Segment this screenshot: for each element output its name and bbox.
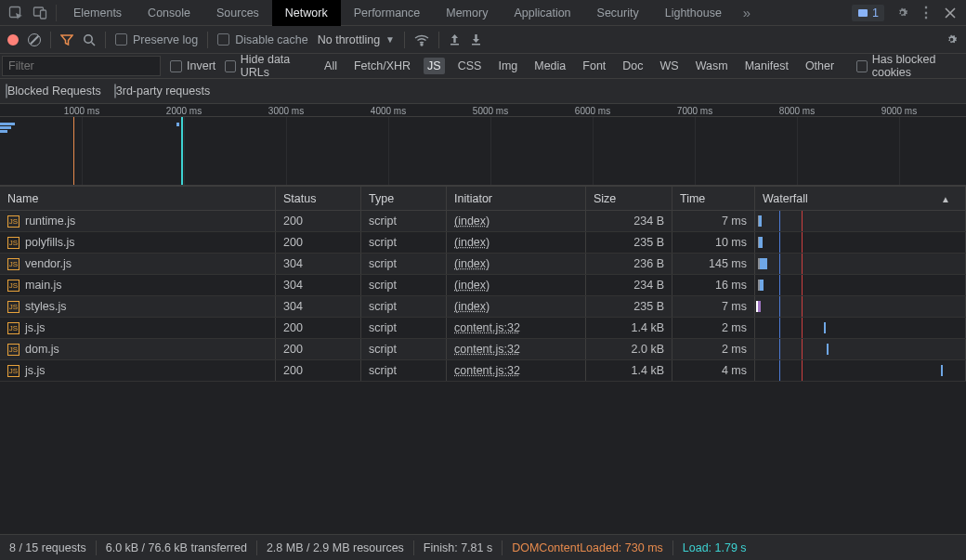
type-filter-manifest[interactable]: Manifest bbox=[741, 58, 792, 74]
tab-lighthouse[interactable]: Lighthouse bbox=[652, 0, 735, 26]
blocked-requests-checkbox[interactable]: Blocked Requests bbox=[6, 85, 101, 98]
request-row[interactable]: JSstyles.js304script(index)235 B7 ms bbox=[0, 296, 966, 318]
waterfall-cell bbox=[755, 360, 966, 381]
tab-elements[interactable]: Elements bbox=[60, 0, 135, 26]
filter-toggle-icon[interactable] bbox=[60, 33, 73, 46]
column-header-initiator[interactable]: Initiator bbox=[447, 187, 586, 210]
request-row[interactable]: JSvendor.js304script(index)236 B145 ms bbox=[0, 254, 966, 275]
column-header-size[interactable]: Size bbox=[586, 187, 672, 210]
column-header-time[interactable]: Time bbox=[672, 187, 755, 210]
clear-button[interactable] bbox=[28, 33, 41, 46]
type-filter-ws[interactable]: WS bbox=[657, 58, 683, 74]
invert-checkbox[interactable]: Invert bbox=[170, 59, 215, 72]
initiator-link[interactable]: content.js:32 bbox=[454, 343, 520, 356]
type-filter-other[interactable]: Other bbox=[802, 58, 838, 74]
svg-point-4 bbox=[85, 34, 92, 42]
initiator-link[interactable]: (index) bbox=[454, 257, 490, 270]
preserve-log-checkbox[interactable]: Preserve log bbox=[115, 33, 198, 46]
column-header-type[interactable]: Type bbox=[361, 187, 447, 210]
close-icon[interactable] bbox=[938, 1, 962, 25]
blocked-cookies-checkbox[interactable]: Has blocked cookies bbox=[856, 53, 964, 79]
type-filter-js[interactable]: JS bbox=[424, 58, 445, 74]
type-filter-media[interactable]: Media bbox=[530, 58, 569, 74]
search-icon[interactable] bbox=[83, 33, 96, 46]
tab-application[interactable]: Application bbox=[501, 0, 583, 26]
waterfall-cell bbox=[755, 318, 966, 338]
type-filter-wasm[interactable]: Wasm bbox=[692, 58, 732, 74]
status-requests: 8 / 15 requests bbox=[9, 541, 86, 554]
third-party-checkbox[interactable]: 3rd-party requests bbox=[114, 85, 210, 98]
type-filter-font[interactable]: Font bbox=[579, 58, 609, 74]
waterfall-cell bbox=[755, 254, 966, 274]
disable-cache-checkbox[interactable]: Disable cache bbox=[217, 33, 308, 46]
js-file-icon: JS bbox=[7, 301, 20, 313]
request-row[interactable]: JSjs.js200scriptcontent.js:321.4 kB4 ms bbox=[0, 360, 966, 382]
request-row[interactable]: JSpolyfills.js200script(index)235 B10 ms bbox=[0, 232, 966, 254]
request-size: 234 B bbox=[586, 211, 672, 231]
initiator-link[interactable]: (index) bbox=[454, 236, 490, 249]
timeline-tick: 2000 ms bbox=[166, 106, 202, 116]
type-filter-fetch-xhr[interactable]: Fetch/XHR bbox=[350, 58, 414, 74]
timeline-tick: 5000 ms bbox=[473, 106, 508, 116]
request-row[interactable]: JSruntime.js200script(index)234 B7 ms bbox=[0, 211, 966, 232]
request-type: script bbox=[361, 339, 447, 359]
initiator-link[interactable]: content.js:32 bbox=[454, 321, 520, 334]
settings-icon[interactable] bbox=[890, 1, 914, 25]
type-filter-css[interactable]: CSS bbox=[454, 58, 486, 74]
tab-performance[interactable]: Performance bbox=[341, 0, 434, 26]
hide-data-urls-checkbox[interactable]: Hide data URLs bbox=[225, 53, 311, 79]
tab-security[interactable]: Security bbox=[584, 0, 652, 26]
request-size: 2.0 kB bbox=[586, 339, 672, 359]
download-icon[interactable] bbox=[470, 33, 482, 46]
request-name: dom.js bbox=[25, 343, 59, 356]
inspect-element-icon[interactable] bbox=[4, 1, 28, 25]
request-row[interactable]: JSdom.js200scriptcontent.js:322.0 kB2 ms bbox=[0, 339, 966, 360]
request-row[interactable]: JSjs.js200scriptcontent.js:321.4 kB2 ms bbox=[0, 318, 966, 339]
record-button[interactable] bbox=[7, 34, 19, 46]
timeline-tick: 4000 ms bbox=[371, 106, 406, 116]
issues-count: 1 bbox=[872, 7, 879, 20]
js-file-icon: JS bbox=[7, 237, 20, 249]
upload-icon[interactable] bbox=[449, 33, 461, 46]
request-type: script bbox=[361, 211, 447, 231]
initiator-link[interactable]: (index) bbox=[454, 279, 490, 292]
request-size: 234 B bbox=[586, 275, 672, 295]
initiator-link[interactable]: (index) bbox=[454, 215, 490, 228]
request-status: 200 bbox=[276, 232, 361, 253]
tab-console[interactable]: Console bbox=[135, 0, 203, 26]
tab-memory[interactable]: Memory bbox=[433, 0, 501, 26]
request-status: 200 bbox=[276, 211, 361, 231]
tab-network[interactable]: Network bbox=[272, 0, 341, 26]
type-filter-img[interactable]: Img bbox=[494, 58, 521, 74]
request-table-body[interactable]: JSruntime.js200script(index)234 B7 msJSp… bbox=[0, 211, 966, 547]
initiator-link[interactable]: (index) bbox=[454, 300, 490, 313]
waterfall-cell bbox=[755, 339, 966, 359]
initiator-link[interactable]: content.js:32 bbox=[454, 364, 520, 377]
device-toolbar-icon[interactable] bbox=[28, 1, 52, 25]
waterfall-cell bbox=[755, 296, 966, 317]
request-type: script bbox=[361, 254, 447, 274]
request-size: 1.4 kB bbox=[586, 318, 672, 338]
timeline-tick: 6000 ms bbox=[575, 106, 610, 116]
column-header-name[interactable]: Name bbox=[0, 187, 276, 210]
waterfall-cell bbox=[755, 211, 966, 231]
request-row[interactable]: JSmain.js304script(index)234 B16 ms bbox=[0, 275, 966, 296]
wifi-icon[interactable] bbox=[414, 33, 429, 46]
request-type: script bbox=[361, 275, 447, 295]
issues-button[interactable]: 1 bbox=[852, 5, 884, 21]
js-file-icon: JS bbox=[7, 365, 20, 377]
dcl-marker bbox=[73, 117, 74, 185]
timeline-tick: 7000 ms bbox=[677, 106, 712, 116]
request-status: 200 bbox=[276, 339, 361, 359]
throttling-select[interactable]: No throttling ▼ bbox=[318, 33, 395, 46]
type-filter-all[interactable]: All bbox=[320, 58, 341, 74]
timeline-overview[interactable]: 1000 ms2000 ms3000 ms4000 ms5000 ms6000 … bbox=[0, 104, 966, 186]
type-filter-doc[interactable]: Doc bbox=[619, 58, 646, 74]
more-tabs-icon[interactable]: » bbox=[735, 1, 759, 25]
panel-settings-icon[interactable] bbox=[945, 33, 959, 46]
column-header-waterfall[interactable]: Waterfall▲ bbox=[755, 187, 966, 210]
filter-input[interactable] bbox=[2, 56, 161, 76]
kebab-menu-icon[interactable]: ⋮ bbox=[914, 1, 938, 25]
tab-sources[interactable]: Sources bbox=[203, 0, 272, 26]
column-header-status[interactable]: Status bbox=[276, 187, 361, 210]
